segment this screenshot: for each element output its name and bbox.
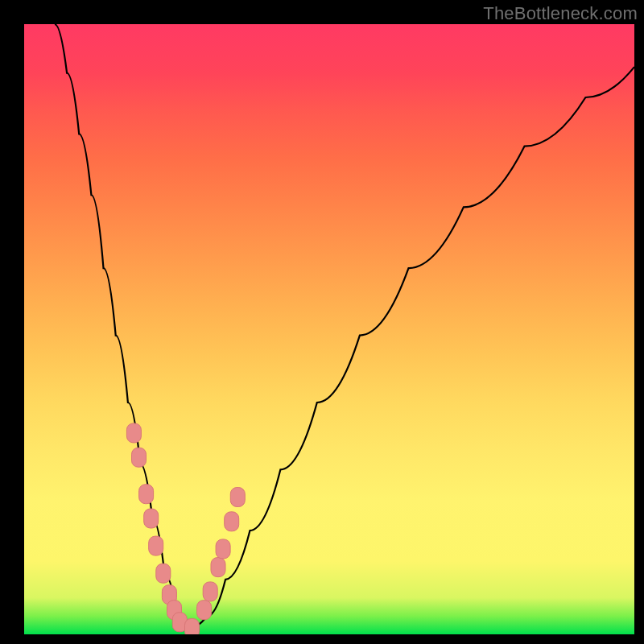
- chart-frame: TheBottleneck.com: [0, 0, 644, 644]
- marker: [216, 539, 230, 559]
- plot-area: [24, 24, 634, 634]
- marker: [230, 488, 245, 507]
- marker: [132, 448, 147, 467]
- marker-cluster: [126, 423, 245, 634]
- chart-svg: [24, 24, 634, 634]
- marker: [225, 512, 239, 531]
- marker: [197, 601, 212, 620]
- watermark-text: TheBottleneck.com: [483, 3, 638, 24]
- marker: [139, 485, 154, 504]
- marker: [149, 536, 163, 555]
- bottleneck-curve: [55, 24, 634, 628]
- marker: [144, 509, 159, 528]
- marker: [126, 423, 141, 443]
- marker: [203, 582, 217, 601]
- marker: [185, 618, 200, 634]
- marker: [156, 564, 171, 583]
- marker: [211, 558, 225, 577]
